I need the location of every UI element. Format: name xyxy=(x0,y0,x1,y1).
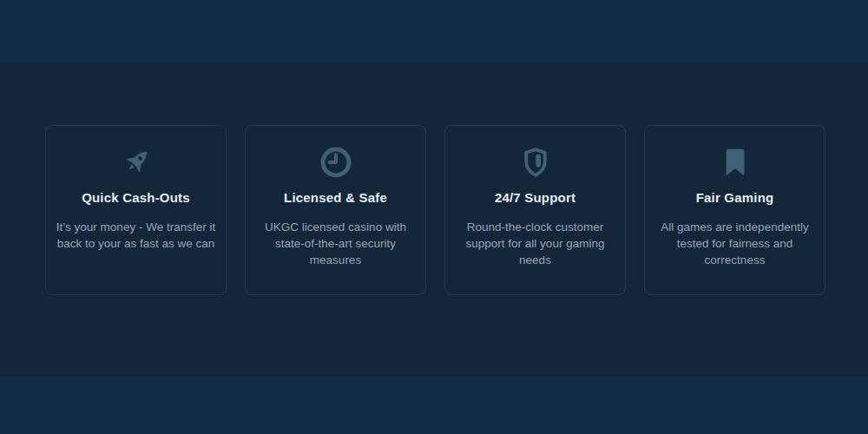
feature-description: All games are independently tested for f… xyxy=(645,219,825,268)
features-section: Quick Cash-Outs It’s your money - We tra… xyxy=(45,125,825,295)
feature-description: It’s your money - We transfer it back to… xyxy=(46,219,226,252)
bottom-section xyxy=(0,378,868,434)
feature-title: Licensed & Safe xyxy=(246,190,425,205)
bookmark-icon xyxy=(645,144,825,181)
rocket-icon xyxy=(46,144,226,181)
clock-icon xyxy=(246,144,425,181)
top-section xyxy=(0,0,868,62)
feature-title: 24/7 Support xyxy=(445,190,625,205)
feature-title: Fair Gaming xyxy=(645,190,825,205)
shield-icon xyxy=(445,144,625,181)
feature-card-fair-gaming: Fair Gaming All games are independently … xyxy=(644,125,825,295)
feature-card-support: 24/7 Support Round-the-clock customer su… xyxy=(444,125,626,295)
feature-title: Quick Cash-Outs xyxy=(46,190,226,205)
feature-card-licensed-safe: Licensed & Safe UKGC licensed casino wit… xyxy=(245,125,426,295)
feature-description: Round-the-clock customer support for all… xyxy=(445,219,625,268)
feature-card-quick-cashouts: Quick Cash-Outs It’s your money - We tra… xyxy=(45,125,227,295)
feature-description: UKGC licensed casino with state-of-the-a… xyxy=(246,219,425,268)
